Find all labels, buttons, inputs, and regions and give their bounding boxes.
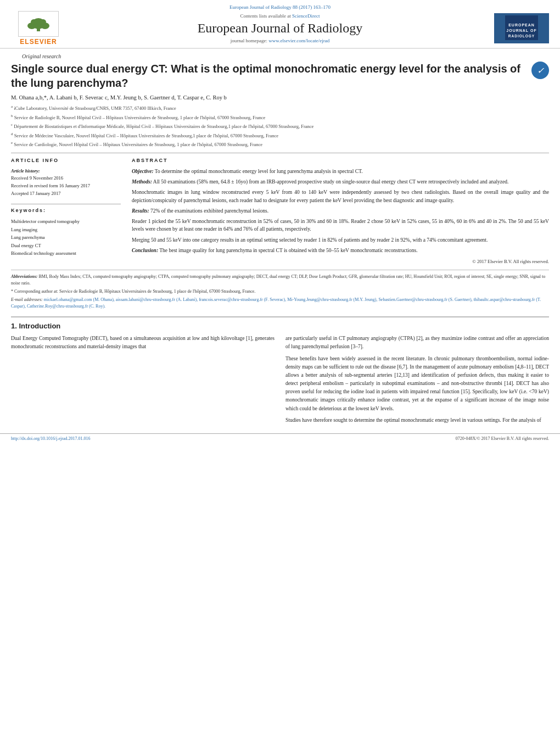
intro-col-right: are particularly useful in CT pulmonary … (285, 334, 549, 428)
copyright-line: © 2017 Elsevier B.V. All rights reserved… (132, 259, 549, 264)
keywords-list: Multidetector computed tomography Lung i… (11, 217, 121, 257)
abstract-col: ABSTRACT Objective: To determine the opt… (132, 158, 549, 264)
article-type: Original research (11, 49, 549, 62)
main-content: Original research ✓ Single source dual e… (0, 49, 560, 428)
intro-title: 1. Introduction (11, 322, 549, 330)
article-history: Article history: Received 9 November 201… (11, 168, 121, 197)
article-info-col: ARTICLE INFO Article history: Received 9… (11, 158, 121, 264)
affiliation-d: d Service de Médecine Vasculaire, Nouvel… (11, 131, 549, 140)
svg-point-4 (31, 19, 37, 25)
sciencedirect-link[interactable]: ScienceDirect (292, 13, 320, 19)
page-wrapper: European Journal of Radiology 88 (2017) … (0, 0, 560, 443)
keywords-section: Keywords: Multidetector computed tomogra… (11, 204, 121, 257)
header-content: ELSEVIER Contents lists available at Sci… (11, 13, 549, 48)
elsevier-tree-svg (22, 14, 55, 33)
abstract-text: Objective: To determine the optimal mono… (132, 168, 549, 254)
abstract-results-3: Merging 50 and 55 keV into one category … (132, 236, 549, 244)
abstract-conclusion: Conclusion: The best image quality for l… (132, 247, 549, 254)
crossmark-icon: ✓ (531, 62, 549, 79)
abstract-results-1: Results: 72% of the examinations exhibit… (132, 207, 549, 215)
journal-homepage: journal homepage: www.elsevier.com/locat… (66, 38, 494, 43)
abstract-methods-1: Methods: All 50 examinations (58% men, 6… (132, 178, 549, 186)
footnote-abbreviations: Abbreviations: BMI, Body Mass Index; CTA… (11, 274, 549, 287)
abstract-header: ABSTRACT (132, 158, 549, 163)
doi-link[interactable]: http://dx.doi.org/10.1016/j.ejrad.2017.0… (11, 436, 91, 441)
journal-title-center: Contents lists available at ScienceDirec… (66, 13, 494, 43)
elsevier-logo: ELSEVIER (11, 13, 66, 43)
divider-1 (11, 153, 549, 153)
footnotes-section: Abbreviations: BMI, Body Mass Index; CTA… (11, 270, 549, 310)
svg-text:EUROPEAN: EUROPEAN (508, 23, 535, 27)
affiliation-b: b Service de Radiologie B, Nouvel Hôpita… (11, 113, 549, 121)
crossmark-container[interactable]: ✓ (531, 62, 549, 79)
svg-text:✓: ✓ (537, 66, 545, 75)
svg-text:RADIOLOGY: RADIOLOGY (508, 34, 535, 38)
intro-two-col: Dual Energy Computed Tomography (DECT), … (11, 334, 549, 428)
journal-ref: European Journal of Radiology 88 (2017) … (11, 4, 549, 10)
article-title: Single source dual energy CT: What is th… (11, 62, 549, 90)
footer-issn: 0720-048X/© 2017 Elsevier B.V. All right… (456, 436, 549, 441)
footnote-corresponding: * Corresponding author at: Service de Ra… (11, 288, 549, 295)
intro-left-p1: Dual Energy Computed Tomography (DECT), … (11, 334, 275, 351)
elsevier-text: ELSEVIER (20, 38, 57, 46)
contents-available: Contents lists available at ScienceDirec… (66, 13, 494, 19)
affiliation-c: c Département de Biostatistiques et d'In… (11, 122, 549, 130)
email-addresses[interactable]: mickael.ohana@gmail.com (M. Ohana), aiss… (11, 297, 541, 309)
affiliation-e: e Service de Cardiologie, Nouvel Hôpital… (11, 140, 549, 148)
article-info-abstract: ARTICLE INFO Article history: Received 9… (11, 158, 549, 264)
keywords-header: Keywords: (11, 208, 121, 213)
svg-text:JOURNAL OF: JOURNAL OF (506, 29, 536, 32)
footnote-emails: E-mail addresses: mickael.ohana@gmail.co… (11, 297, 549, 310)
abstract-results-2: Reader 1 picked the 55 keV monochromatic… (132, 217, 549, 233)
intro-right-p1: are particularly useful in CT pulmonary … (285, 334, 549, 351)
journal-homepage-link[interactable]: www.elsevier.com/locate/ejrad (268, 38, 329, 43)
bottom-footer: http://dx.doi.org/10.1016/j.ejrad.2017.0… (0, 433, 560, 443)
abstract-objective: Objective: To determine the optimal mono… (132, 168, 549, 175)
intro-col-left: Dual Energy Computed Tomography (DECT), … (11, 334, 275, 428)
radiology-logo: EUROPEAN JOURNAL OF RADIOLOGY (494, 13, 549, 43)
affiliation-a: a iCube Laboratory, Université de Strasb… (11, 104, 549, 112)
affiliations: a iCube Laboratory, Université de Strasb… (11, 104, 549, 148)
intro-right-p3: Studies have therefore sought to determi… (285, 416, 549, 425)
abstract-methods-2: Monochromatic images in lung window reco… (132, 188, 549, 204)
intro-right-p2: These benefits have been widely assessed… (285, 355, 549, 413)
article-info-header: ARTICLE INFO (11, 158, 121, 163)
journal-title-text: European Journal of Radiology (66, 21, 494, 36)
authors: M. Ohana a,b,*, A. Labani b, F. Severac … (11, 94, 549, 101)
journal-header: European Journal of Radiology 88 (2017) … (0, 0, 560, 49)
svg-point-5 (40, 19, 46, 25)
introduction-section: 1. Introduction Dual Energy Computed Tom… (11, 316, 549, 428)
